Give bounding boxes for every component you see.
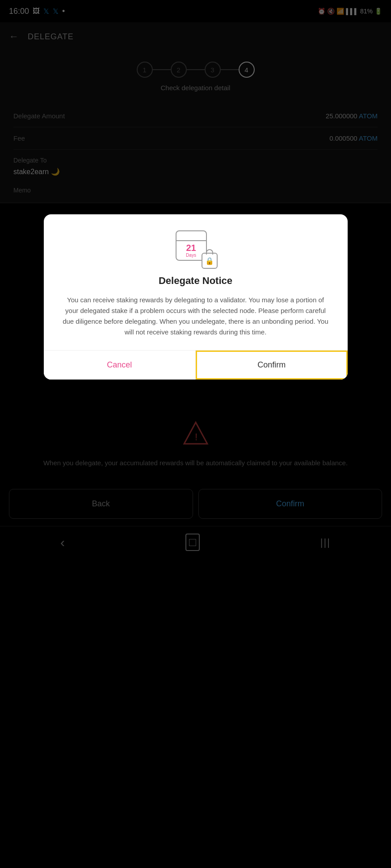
modal-overlay: 21 Days 🔒 Delegate Notice You can receiv… <box>0 0 391 868</box>
modal-confirm-button[interactable]: Confirm <box>196 351 348 380</box>
lock-icon: 🔒 <box>202 253 218 269</box>
modal-icon-area: 21 Days 🔒 <box>62 230 330 266</box>
modal-cancel-button[interactable]: Cancel <box>44 351 196 380</box>
modal-body: You can receive staking rewards by deleg… <box>62 295 330 338</box>
calendar-lock-icon: 21 Days 🔒 <box>176 230 216 266</box>
modal-actions: Cancel Confirm <box>44 350 348 380</box>
modal-title: Delegate Notice <box>62 275 330 287</box>
delegate-notice-modal: 21 Days 🔒 Delegate Notice You can receiv… <box>44 214 348 380</box>
